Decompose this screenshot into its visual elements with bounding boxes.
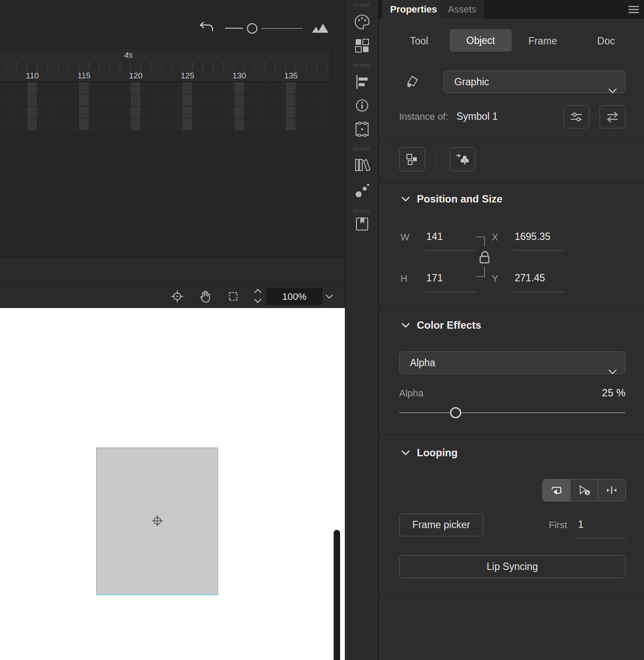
convert-symbol-button[interactable] [450, 147, 475, 171]
x-underline [513, 250, 564, 251]
animate-app-window: 4s 110 115 120 125 130 135 [0, 0, 644, 660]
loop-mode-loop-button[interactable] [543, 479, 570, 501]
scene-panel-icon[interactable] [354, 216, 370, 232]
alpha-label: Alpha [399, 388, 423, 399]
zoom-stepper-up[interactable] [253, 288, 262, 294]
frame-picker-button[interactable]: Frame picker [399, 514, 483, 536]
zoom-stepper-down[interactable] [253, 298, 262, 304]
symbol-type-dropdown[interactable]: Graphic [444, 71, 625, 93]
info-icon[interactable] [355, 98, 369, 113]
timeline-panel: 4s 110 115 120 125 130 135 [0, 0, 345, 284]
swap-symbol-button[interactable] [600, 105, 625, 128]
stage-canvas[interactable] [0, 308, 345, 660]
dock-grip[interactable] [353, 147, 370, 151]
width-value[interactable]: 141 [426, 231, 443, 243]
link-unlocked-icon[interactable] [475, 234, 495, 280]
properties-panel: Properties Assets Tool Object Frame Doc … [378, 0, 644, 660]
looping-title: Looping [417, 447, 458, 459]
subtab-doc[interactable]: Doc [587, 31, 625, 51]
height-underline [425, 292, 476, 292]
swap-symbol-icon [606, 110, 619, 123]
timeline-grid-right-edge [330, 48, 331, 130]
clip-content-icon[interactable] [227, 290, 239, 302]
instance-of-label: Instance of: [399, 111, 448, 122]
symbol-type-value: Graphic [454, 76, 489, 87]
button-separator [436, 152, 437, 167]
x-value[interactable]: 1695.35 [515, 231, 550, 243]
subtab-object[interactable]: Object [450, 29, 512, 52]
lip-syncing-button[interactable]: Lip Syncing [399, 555, 625, 578]
single-frame-icon [605, 485, 618, 495]
frame-number: 120 [125, 71, 146, 81]
swatches-icon[interactable] [354, 38, 370, 53]
frame-panel-icon[interactable] [354, 121, 370, 137]
frame-number: 110 [22, 71, 43, 81]
alpha-slider[interactable] [399, 407, 625, 419]
position-size-collapse-chevron[interactable] [400, 196, 411, 202]
alpha-slider-knob[interactable] [450, 407, 461, 418]
dock-grip[interactable] [353, 3, 370, 7]
subtab-tool[interactable]: Tool [400, 31, 438, 51]
convert-symbol-icon [455, 153, 470, 166]
subtab-frame[interactable]: Frame [521, 31, 564, 51]
frame-number: 135 [281, 71, 301, 81]
height-label: H [400, 273, 407, 284]
y-value[interactable]: 271.45 [515, 272, 545, 284]
stage-vertical-scrollbar[interactable] [334, 530, 340, 660]
first-frame-underline [576, 538, 626, 539]
divider [379, 434, 644, 435]
width-label: W [400, 232, 410, 243]
timeline-undo-icon[interactable] [198, 20, 215, 35]
zoom-dropdown-chevron[interactable] [325, 293, 334, 299]
divider [379, 307, 644, 307]
graphic-symbol-icon [405, 74, 419, 89]
align-icon[interactable] [354, 74, 370, 90]
first-frame-value[interactable]: 1 [578, 519, 584, 530]
instance-behavior-icon [405, 153, 419, 166]
chevron-down-icon [608, 361, 617, 367]
color-effects-title: Color Effects [417, 319, 481, 331]
loop-mode-segmented-control: 1 [542, 479, 626, 501]
color-palette-icon[interactable] [354, 14, 370, 30]
time-marker: 4s [124, 50, 133, 60]
color-style-dropdown[interactable]: Alpha [399, 352, 625, 374]
loop-mode-single-frame-button[interactable] [598, 479, 625, 501]
frame-size-icon[interactable] [311, 22, 329, 34]
hand-tool-icon[interactable] [199, 290, 213, 303]
frame-number: 125 [177, 71, 198, 81]
instance-behavior-button[interactable] [399, 147, 425, 171]
stage-toolbar: 100% [0, 284, 345, 308]
color-effects-collapse-chevron[interactable] [400, 322, 411, 329]
frame-number: 130 [229, 71, 250, 81]
timeline-frame-grid[interactable] [0, 82, 330, 130]
play-once-icon: 1 [578, 485, 591, 496]
first-frame-label: First [549, 520, 567, 531]
y-underline [513, 292, 564, 292]
tab-assets[interactable]: Assets [440, 0, 484, 19]
timeline-zoom-slider[interactable] [247, 23, 257, 34]
color-style-value: Alpha [410, 357, 435, 368]
particles-icon[interactable] [354, 183, 370, 199]
divider [379, 138, 644, 138]
width-underline [425, 250, 476, 251]
library-icon[interactable] [354, 157, 370, 173]
loop-mode-play-once-button[interactable]: 1 [570, 479, 597, 501]
dock-grip[interactable] [353, 209, 370, 213]
filter-settings-icon [569, 110, 583, 123]
dock-grip[interactable] [353, 64, 370, 67]
divider [379, 594, 644, 594]
looping-collapse-chevron[interactable] [400, 449, 411, 456]
instance-name: Symbol 1 [456, 111, 498, 122]
zoom-level-input[interactable]: 100% [266, 288, 322, 305]
timeline-status-bar [0, 257, 345, 284]
timeline-ruler[interactable]: 4s 110 115 120 125 130 135 [0, 48, 330, 82]
svg-text:1: 1 [586, 490, 589, 495]
panel-menu-icon[interactable] [628, 6, 639, 13]
filter-settings-button[interactable] [563, 105, 589, 128]
timeline-zoom-track[interactable] [261, 28, 303, 29]
tab-properties[interactable]: Properties [382, 0, 445, 19]
ruler-ticks [0, 62, 330, 70]
alpha-value[interactable]: 25 % [569, 387, 625, 399]
height-value[interactable]: 171 [426, 272, 443, 284]
center-frame-icon[interactable] [171, 290, 184, 303]
